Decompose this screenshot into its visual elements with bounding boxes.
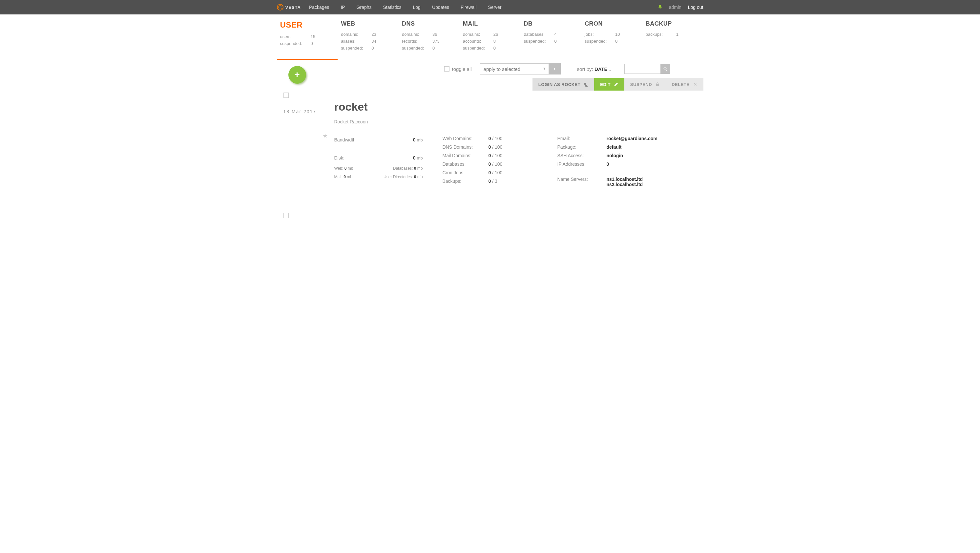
current-user-link[interactable]: admin (669, 5, 681, 10)
nav-server[interactable]: Server (488, 5, 501, 10)
user-list: LOGIN AS ROCKET EDIT SUSPEND DELETE 18 M… (277, 78, 703, 207)
info-value: rocket@guardians.com (607, 136, 657, 141)
search-box (624, 64, 670, 74)
tab-dns[interactable]: DNSdomains:36records:373suspended:0 (399, 20, 460, 60)
item-action-bar: LOGIN AS ROCKET EDIT SUSPEND DELETE (277, 78, 703, 91)
disk-web-label: Web: (334, 166, 344, 171)
nav-graphs[interactable]: Graphs (356, 5, 372, 10)
sort-prefix: sort by: (577, 66, 593, 72)
chevron-right-icon (552, 67, 557, 71)
limit-value: 0 / 100 (488, 161, 503, 167)
nav-updates[interactable]: Updates (432, 5, 449, 10)
info-column: Email:rocket@guardians.comPackage:defaul… (557, 136, 703, 190)
tab-title: DB (523, 20, 578, 27)
stat-label: domains: (463, 32, 488, 37)
limit-row: Web Domains:0 / 100 (442, 136, 538, 141)
stat-value: 0 (615, 39, 617, 44)
stat-value: 1 (676, 32, 678, 37)
nameserver-1: ns1.localhost.ltd (607, 177, 643, 182)
tab-user[interactable]: USERusers:15suspended:0 (277, 20, 338, 60)
bandwidth-value: 0 (413, 137, 416, 142)
item-checkbox[interactable] (283, 92, 289, 98)
nav-packages[interactable]: Packages (309, 5, 329, 10)
tab-title: DNS (402, 20, 457, 27)
info-row: Package:default (557, 144, 703, 150)
info-row: IP Addresses:0 (557, 161, 703, 167)
toggle-all[interactable]: toggle all (444, 66, 472, 72)
tab-web[interactable]: WEBdomains:23aliases:34suspended:0 (337, 20, 399, 60)
pencil-icon (614, 82, 619, 87)
info-label: Email: (557, 136, 607, 141)
stat-value: 8 (493, 39, 496, 44)
stat-value: 10 (615, 32, 620, 37)
tab-stat: suspended:0 (341, 46, 395, 51)
info-label: Package: (557, 144, 607, 150)
toggle-all-label: toggle all (452, 66, 472, 72)
stat-value: 34 (371, 39, 376, 44)
stat-label: suspended: (402, 46, 426, 51)
search-button[interactable] (660, 64, 670, 74)
limit-label: Databases: (442, 161, 488, 167)
logo-text: VESTA (285, 5, 301, 10)
tab-stat: domains:26 (463, 32, 517, 37)
nav-ip[interactable]: IP (340, 5, 345, 10)
info-row: SSH Access:nologin (557, 153, 703, 158)
key-icon (584, 82, 588, 87)
tab-cron[interactable]: CRONjobs:10suspended:0 (581, 20, 643, 60)
tab-stat: suspended:0 (523, 39, 578, 44)
info-label: IP Addresses: (557, 161, 607, 167)
info-label: SSH Access: (557, 153, 607, 158)
logo[interactable]: VESTA (277, 4, 301, 11)
sort-field: DATE (595, 66, 608, 72)
notifications-icon[interactable] (658, 5, 662, 10)
stat-value: 15 (311, 34, 315, 39)
tab-backup[interactable]: BACKUPbackups:1 (643, 20, 703, 60)
limit-label: Cron Jobs: (442, 170, 488, 175)
add-button[interactable]: + (288, 66, 306, 84)
stat-label: domains: (341, 32, 366, 37)
stat-value: 0 (554, 39, 557, 44)
sort-control[interactable]: sort by: DATE ↓ (577, 66, 612, 72)
limit-label: DNS Domains: (442, 144, 488, 150)
stat-label: suspended: (341, 46, 366, 51)
stat-label: aliases: (341, 39, 366, 44)
bulk-select[interactable]: apply to selected (480, 63, 549, 75)
limit-label: Backups: (442, 178, 488, 184)
disk-ud-label: User Directories: (383, 175, 413, 179)
tab-db[interactable]: DBdatabases:4suspended:0 (520, 20, 581, 60)
limit-row: Cron Jobs:0 / 100 (442, 170, 538, 175)
username: rocket (334, 100, 703, 113)
stat-value: 0 (433, 46, 435, 51)
limit-label: Web Domains: (442, 136, 488, 141)
info-value: 0 (607, 161, 609, 167)
limit-value: 0 / 100 (488, 153, 503, 158)
tab-stat: databases:4 (523, 32, 578, 37)
action-label: EDIT (600, 82, 611, 87)
edit-button[interactable]: EDIT (594, 78, 624, 91)
bulk-apply-button[interactable] (549, 63, 561, 75)
nav-statistics[interactable]: Statistics (383, 5, 402, 10)
disk-db-label: Databases: (393, 166, 413, 171)
tab-title: USER (280, 20, 335, 30)
delete-button[interactable]: DELETE (666, 78, 703, 91)
stat-value: 0 (493, 46, 496, 51)
search-input[interactable] (624, 64, 660, 74)
logout-link[interactable]: Log out (688, 5, 703, 10)
topbar: VESTA Packages IP Graphs Statistics Log … (0, 0, 980, 14)
disk-db-unit: mb (417, 166, 423, 171)
action-label: LOGIN AS ROCKET (538, 82, 581, 87)
stat-value: 0 (311, 41, 313, 46)
item-date: 18 Mar 2017 (283, 109, 334, 114)
footer-checkbox[interactable] (283, 213, 289, 218)
nav-firewall[interactable]: Firewall (461, 5, 476, 10)
stat-value: 23 (371, 32, 376, 37)
nav-log[interactable]: Log (413, 5, 421, 10)
sort-direction-icon: ↓ (609, 66, 612, 72)
suspend-button[interactable]: SUSPEND (624, 78, 666, 91)
top-nav: Packages IP Graphs Statistics Log Update… (309, 5, 502, 10)
toggle-all-checkbox[interactable] (444, 66, 449, 72)
tab-mail[interactable]: MAILdomains:26accounts:8suspended:0 (460, 20, 521, 60)
star-icon[interactable]: ★ (283, 132, 334, 139)
login-as-button[interactable]: LOGIN AS ROCKET (533, 78, 594, 91)
list-footer (277, 207, 703, 225)
